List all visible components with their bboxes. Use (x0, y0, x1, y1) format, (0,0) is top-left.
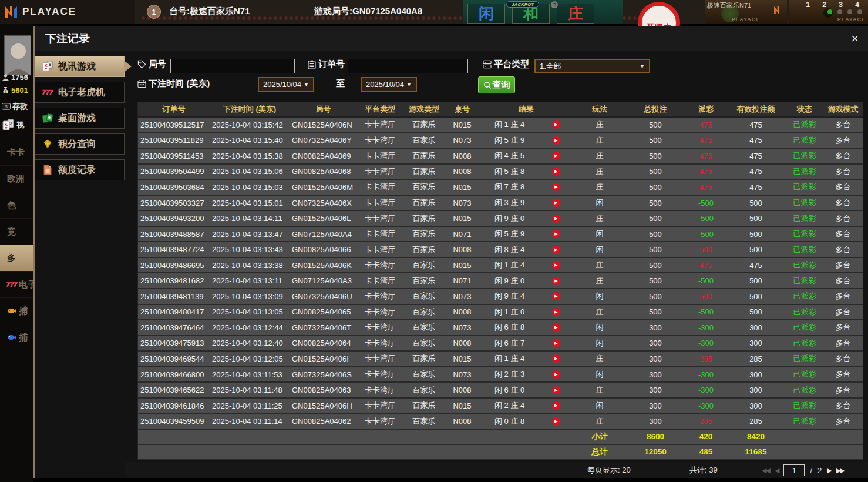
cell-game-mode: 多台 (825, 383, 862, 397)
replay-button[interactable]: ▶ (552, 215, 560, 223)
table-row[interactable]: 251004039469544 2025-10-04 03:12:05 GN01… (138, 352, 863, 367)
rail-nav-item[interactable]: 色 (0, 192, 33, 218)
replay-button[interactable]: ▶ (552, 323, 560, 332)
replay-button[interactable]: ▶ (552, 277, 560, 285)
first-page-icon[interactable]: ◀◀ (762, 467, 769, 474)
bet-tile-banker[interactable]: 庄 (557, 4, 594, 24)
replay-button[interactable]: ▶ (552, 417, 560, 426)
cell-order-number: 251004039476464 (138, 320, 210, 335)
table-row[interactable]: 251004039459509 2025-10-04 03:11:14 GN00… (138, 414, 863, 430)
replay-button[interactable]: ▶ (552, 199, 560, 207)
table-row[interactable]: 251004039493200 2025-10-04 03:14:11 GN01… (138, 211, 863, 227)
deposit-button[interactable]: $ 存款 (2, 101, 28, 112)
table-row[interactable]: 251004039466800 2025-10-04 03:11:53 GN07… (138, 367, 863, 383)
last-page-icon[interactable]: ▶▶ (836, 467, 844, 474)
rail-nav-label: 捕 (19, 332, 28, 343)
replay-button[interactable]: ▶ (552, 292, 560, 300)
modal-menu-item[interactable]: 777 电子老虎机 (35, 82, 125, 103)
cell-bet-time: 2025-10-04 03:15:38 (210, 149, 290, 163)
table-row[interactable]: 251004039503327 2025-10-04 03:15:01 GN07… (138, 196, 863, 212)
modal-menu-item[interactable]: 桌面游戏 (35, 108, 125, 129)
video-game-shortcut[interactable]: 9 K ♥ 视 (2, 119, 24, 132)
cell-total-bet: 500 (626, 258, 685, 273)
result-text: 闲 9 庄 0 (494, 213, 524, 224)
replay-button[interactable]: ▶ (552, 308, 560, 316)
order-number-input[interactable] (348, 59, 468, 73)
cell-valid-bet: 300 (727, 320, 785, 335)
replay-button[interactable]: ▶ (552, 183, 560, 191)
replay-button[interactable]: ▶ (552, 246, 560, 254)
table-row[interactable]: 251004039461846 2025-10-04 03:11:25 GN01… (138, 399, 863, 414)
replay-button[interactable]: ▶ (552, 339, 560, 347)
table-row[interactable]: 251004039503684 2025-10-04 03:15:03 GN01… (138, 180, 863, 196)
video-thumbnail-2[interactable]: 1 2 3 4 PLAYACE (789, 0, 868, 24)
cell-payout: 285 (685, 352, 727, 366)
cell-round-number: GN01525A0406L (290, 211, 357, 226)
modal-menu-item[interactable]: 9K♥ 视讯游戏 (35, 56, 125, 77)
cell-total-bet: 500 (626, 211, 685, 226)
cell-total-bet: 500 (626, 196, 685, 210)
page-number-input[interactable] (783, 464, 805, 476)
date-from-select[interactable]: 2025/10/04 ▼ (258, 77, 314, 92)
cell-game-type: 百家乐 (403, 289, 445, 304)
rail-nav-item[interactable]: 欧洲 (0, 165, 33, 192)
replay-button[interactable]: ▶ (552, 120, 560, 129)
replay-button[interactable]: ▶ (552, 370, 560, 379)
table-row[interactable]: 251004039512517 2025-10-04 03:15:42 GN01… (138, 118, 863, 133)
video-thumbnail-1[interactable]: 极速百家乐N71 PLAYACE (705, 0, 787, 24)
rail-nav-item[interactable]: 多 (0, 245, 33, 271)
modal-menu-item[interactable]: 额度记录 (35, 159, 125, 180)
column-header: 总投注 (626, 102, 685, 116)
subtotal-payout: 420 (685, 430, 727, 444)
cell-result: 闲 8 庄 4 ▶ (479, 242, 573, 257)
table-row[interactable]: 251004039488587 2025-10-04 03:13:47 GN07… (138, 227, 863, 243)
replay-button[interactable]: ▶ (552, 386, 560, 394)
table-row[interactable]: 251004039481682 2025-10-04 03:13:11 GN07… (138, 273, 863, 289)
cell-valid-bet: 300 (727, 336, 785, 351)
grand-total-bet: 12050 (626, 445, 685, 459)
cell-platform: 卡卡湾厅 (357, 414, 403, 429)
cell-bet-type: 闲 (573, 196, 626, 210)
table-row[interactable]: 251004039480417 2025-10-04 03:13:05 GN00… (138, 305, 863, 321)
query-button[interactable]: 查询 (478, 76, 515, 93)
table-row[interactable]: 251004039481139 2025-10-04 03:13:09 GN07… (138, 289, 863, 305)
prev-page-icon[interactable]: ◀ (775, 467, 778, 474)
date-to-select[interactable]: 2025/10/04 ▼ (361, 77, 417, 92)
cell-table-number: N008 (445, 305, 479, 320)
cell-payout: -500 (685, 211, 727, 226)
rail-nav-item[interactable]: 捕 (0, 297, 33, 324)
replay-button[interactable]: ▶ (552, 168, 560, 176)
menu-item-label: 额度记录 (58, 164, 96, 176)
table-row[interactable]: 251004039511453 2025-10-04 03:15:38 GN00… (138, 149, 863, 165)
replay-button[interactable]: ▶ (552, 401, 560, 410)
replay-button[interactable]: ▶ (552, 136, 560, 145)
replay-button[interactable]: ▶ (552, 354, 560, 363)
round-number-input[interactable] (170, 59, 295, 73)
platform-select[interactable]: 1.全部 ▼ (534, 59, 650, 73)
cell-order-number: 251004039481682 (138, 273, 210, 288)
jackpot-help-icon[interactable]: ? (551, 1, 558, 8)
close-icon[interactable]: × (851, 31, 859, 46)
cell-payout: -300 (685, 399, 727, 413)
replay-button[interactable]: ▶ (552, 152, 560, 160)
table-row[interactable]: 251004039476464 2025-10-04 03:12:44 GN07… (138, 320, 863, 336)
table-row[interactable]: 251004039486695 2025-10-04 03:13:38 GN01… (138, 258, 863, 274)
bet-tile-player[interactable]: 闲 (467, 4, 505, 24)
rail-nav-item[interactable]: 捕 (0, 324, 33, 350)
replay-button[interactable]: ▶ (552, 230, 560, 238)
table-row[interactable]: 251004039487724 2025-10-04 03:13:43 GN00… (138, 242, 863, 258)
replay-button[interactable]: ▶ (552, 261, 560, 269)
cell-platform: 卡卡湾厅 (357, 273, 403, 288)
rail-nav-item[interactable]: 卡卡 (0, 139, 33, 165)
table-row[interactable]: 251004039511829 2025-10-04 03:15:40 GN07… (138, 133, 863, 149)
rail-nav-item[interactable]: 777 电子 (0, 271, 33, 297)
table-row[interactable]: 251004039504499 2025-10-04 03:15:06 GN00… (138, 165, 863, 180)
cell-game-type: 百家乐 (403, 320, 445, 335)
table-row[interactable]: 251004039465622 2025-10-04 03:11:48 GN00… (138, 383, 863, 399)
user-avatar[interactable] (4, 35, 31, 74)
cell-result: 闲 5 庄 9 ▶ (479, 133, 573, 148)
table-row[interactable]: 251004039475913 2025-10-04 03:12:40 GN00… (138, 336, 863, 352)
rail-nav-item[interactable]: 竞 (0, 218, 33, 245)
modal-menu-item[interactable]: 积分查询 (35, 133, 125, 155)
next-page-icon[interactable]: ▶ (827, 467, 830, 474)
